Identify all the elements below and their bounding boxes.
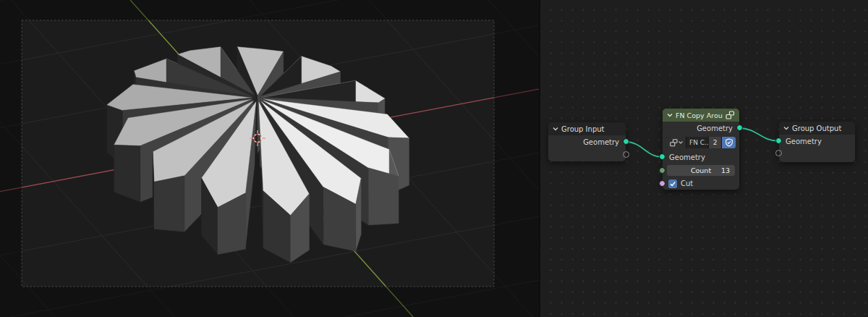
virtual-input-socket[interactable] (775, 150, 782, 156)
fake-user-shield-toggle[interactable] (722, 137, 736, 148)
chevron-down-icon[interactable] (667, 112, 673, 118)
geometry-node-editor[interactable]: Group Input Geometry FN Copy Around Geom… (539, 0, 868, 317)
socket-label: Geometry (583, 138, 619, 146)
viewport-canvas[interactable] (0, 0, 539, 317)
node-tree-icon (670, 139, 678, 147)
cut-checkbox[interactable] (668, 179, 677, 188)
socket-row-geometry-output: Geometry (548, 135, 626, 148)
count-number-field[interactable]: Count 13 (667, 165, 735, 176)
node-group-output-header[interactable]: Group Output (779, 122, 855, 135)
shield-check-icon (725, 138, 733, 147)
count-value: 13 (721, 166, 730, 174)
mesh-face (114, 145, 140, 202)
node-title: FN Copy Around (676, 111, 723, 119)
socket-row-geometry-input: Geometry (663, 151, 739, 164)
checkmark-icon (669, 180, 676, 187)
node-fn-copy-around-header[interactable]: FN Copy Around (663, 109, 739, 122)
3d-viewport[interactable] (0, 0, 539, 317)
datablock-row: FN C.. 2 (663, 135, 739, 151)
cut-row: Cut (663, 177, 739, 190)
geometry-input-socket[interactable] (775, 138, 782, 144)
browse-node-group-button[interactable] (666, 137, 686, 148)
node-group-icon (726, 111, 735, 119)
count-input-socket[interactable] (659, 167, 665, 174)
chevron-down-icon[interactable] (783, 125, 789, 131)
node-link (739, 128, 779, 141)
count-row: Count 13 (663, 164, 739, 177)
node-fn-copy-around[interactable]: FN Copy Around Geometry (663, 109, 739, 190)
node-group-name-field[interactable]: FN C.. (686, 137, 708, 148)
node-title: Group Output (792, 124, 851, 132)
user-count-button[interactable]: 2 (709, 137, 721, 148)
virtual-output-socket[interactable] (623, 151, 629, 158)
socket-label: Geometry (786, 138, 822, 145)
node-group-output[interactable]: Group Output Geometry (779, 122, 855, 162)
chevron-down-icon[interactable] (553, 126, 558, 132)
node-title: Group Input (561, 125, 621, 133)
node-group-input[interactable]: Group Input Geometry (548, 122, 626, 161)
node-link (626, 142, 663, 157)
geometry-input-socket[interactable] (659, 153, 665, 160)
geometry-output-socket[interactable] (736, 124, 743, 131)
socket-row-geometry-output: Geometry (663, 122, 739, 135)
cut-label: Cut (681, 179, 693, 187)
mesh-face (369, 168, 399, 225)
socket-label: Geometry (697, 124, 733, 132)
socket-label: Geometry (669, 153, 705, 161)
cut-input-socket[interactable] (659, 180, 665, 187)
geometry-output-socket[interactable] (623, 138, 629, 145)
blender-window: Group Input Geometry FN Copy Around Geom… (0, 0, 868, 317)
socket-row-geometry-input: Geometry (779, 135, 855, 148)
mesh-face (154, 176, 184, 232)
datablock-selector: FN C.. 2 (666, 137, 736, 148)
chevron-down-icon (678, 140, 683, 145)
node-group-input-header[interactable]: Group Input (548, 122, 626, 135)
